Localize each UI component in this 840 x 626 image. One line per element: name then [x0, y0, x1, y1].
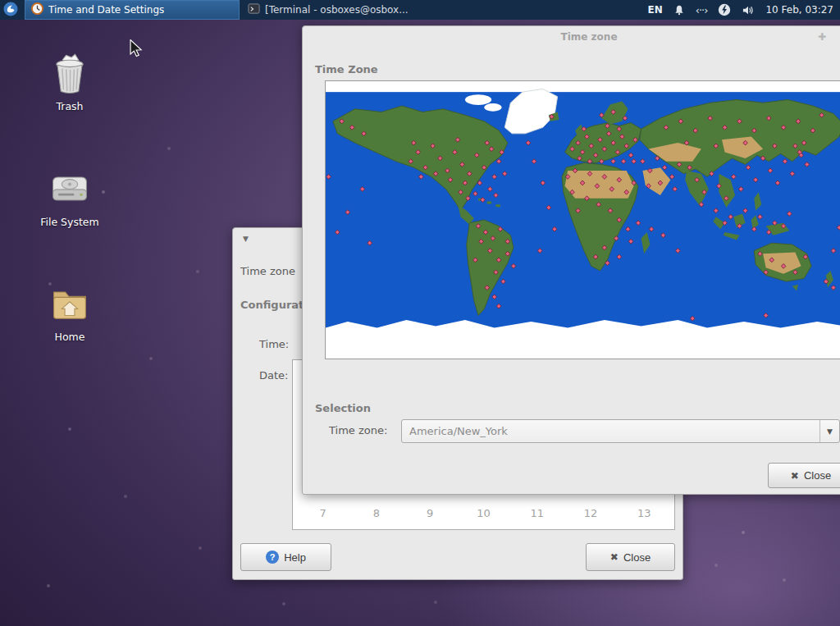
- calendar-day[interactable]: 9: [404, 505, 457, 523]
- calendar-day[interactable]: 7: [296, 505, 349, 523]
- applications-menu-button[interactable]: [0, 0, 21, 20]
- clock-app-icon: [31, 2, 43, 17]
- volume-icon[interactable]: [742, 4, 755, 16]
- calendar-day[interactable]: 8: [349, 505, 403, 523]
- timezone-field-label: Time zone:: [329, 424, 387, 436]
- date-field-label: Date:: [259, 369, 288, 382]
- timezone-row-label: Time zone: [240, 265, 295, 277]
- selection-section-heading: Selection: [315, 402, 371, 414]
- help-button-label: Help: [284, 551, 306, 564]
- desktop-icon-file-system[interactable]: File System: [30, 167, 109, 228]
- timezone-dialog: Time zone ✚ Time Zone: [302, 25, 840, 495]
- window-shade-arrow-icon[interactable]: ▼: [243, 235, 249, 243]
- xubuntu-logo-icon: [3, 2, 18, 19]
- terminal-icon: [248, 2, 260, 17]
- network-icon[interactable]: ‹··›: [696, 4, 708, 16]
- power-manager-icon[interactable]: [718, 3, 731, 16]
- time-field-label: Time:: [259, 338, 289, 350]
- chevron-down-icon: ▼: [819, 420, 839, 442]
- desktop-icon-trash[interactable]: Trash: [30, 51, 109, 112]
- taskbar-item-terminal[interactable]: [Terminal - osboxes@osbox...: [241, 0, 451, 20]
- keyboard-layout-indicator[interactable]: EN: [648, 4, 663, 16]
- taskbar-item-label: [Terminal - osboxes@osbox...: [265, 4, 409, 16]
- top-panel: Time and Date Settings [Terminal - osbox…: [0, 0, 840, 20]
- timezone-combobox[interactable]: America/New_York ▼: [401, 419, 840, 443]
- close-x-icon: ✖: [610, 551, 619, 563]
- timezone-close-button[interactable]: ✖ Close: [768, 463, 840, 488]
- calendar-day[interactable]: 11: [510, 505, 564, 523]
- settings-close-button[interactable]: ✖ Close: [586, 543, 675, 571]
- close-x-icon: ✖: [791, 470, 799, 482]
- timezone-combobox-value: America/New_York: [409, 425, 508, 437]
- help-question-icon: ?: [266, 551, 279, 564]
- trash-icon: [30, 51, 109, 97]
- panel-clock[interactable]: 10 Feb, 03:27: [765, 4, 833, 16]
- calendar-day[interactable]: 12: [564, 505, 617, 523]
- panel-tray: EN ‹··› 10 Feb, 03:27: [648, 3, 840, 16]
- notifications-bell-icon[interactable]: [673, 4, 685, 16]
- timezone-section-heading: Time Zone: [315, 63, 378, 75]
- desktop-icon-label: File System: [30, 216, 109, 228]
- desktop-icon-label: Trash: [30, 100, 109, 112]
- desktop-icon-label: Home: [30, 331, 109, 343]
- timezone-world-map[interactable]: [325, 80, 840, 359]
- close-button-label: Close: [804, 469, 831, 482]
- close-button-label: Close: [623, 551, 651, 564]
- mouse-cursor: [130, 39, 143, 61]
- timezone-dialog-titlebar[interactable]: Time zone ✚: [303, 26, 840, 48]
- taskbar-item-time-date-settings[interactable]: Time and Date Settings: [25, 0, 240, 20]
- taskbar-item-label: Time and Date Settings: [48, 4, 164, 16]
- hard-drive-icon: [30, 167, 109, 212]
- calendar-week-row: 7 8 9 10 11 12 13: [296, 505, 671, 523]
- calendar-day[interactable]: 10: [457, 505, 510, 523]
- calendar-day[interactable]: 13: [618, 505, 671, 523]
- timezone-dialog-title: Time zone: [560, 31, 617, 43]
- desktop-icon-home[interactable]: Home: [30, 281, 109, 343]
- home-folder-icon: [30, 281, 109, 327]
- resize-grip-icon[interactable]: ✚: [818, 31, 826, 43]
- help-button[interactable]: ? Help: [240, 543, 331, 571]
